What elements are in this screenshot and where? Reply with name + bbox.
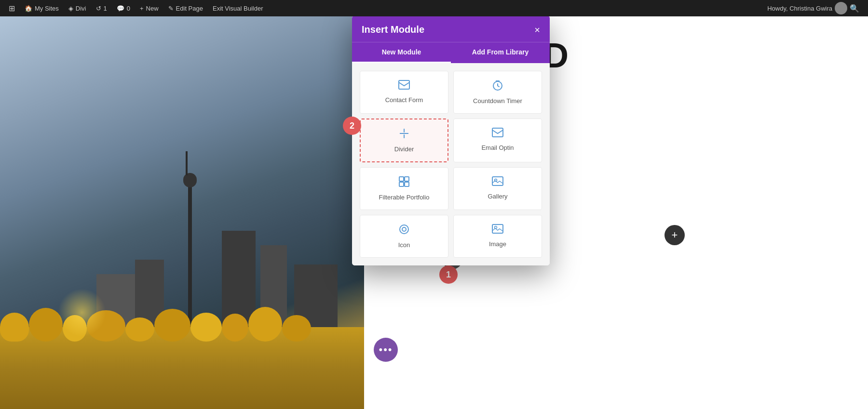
modal-close-button[interactable]: × bbox=[534, 25, 540, 35]
exit-vb-label: Exit Visual Builder bbox=[213, 5, 263, 12]
module-grid: Contact Form Countdown Timer bbox=[352, 63, 550, 265]
email-optin-label: Email Optin bbox=[481, 144, 514, 151]
module-divider[interactable]: Divider bbox=[360, 119, 448, 162]
countdown-timer-icon bbox=[492, 80, 503, 93]
module-email-optin[interactable]: Email Optin bbox=[453, 119, 542, 162]
module-gallery[interactable]: Gallery bbox=[453, 167, 542, 210]
countdown-timer-label: Countdown Timer bbox=[473, 97, 522, 105]
email-optin-icon bbox=[492, 128, 503, 140]
svg-rect-0 bbox=[399, 80, 409, 89]
svg-point-13 bbox=[402, 227, 406, 231]
modal-title: Insert Module bbox=[362, 24, 424, 35]
updates-count: 1 bbox=[104, 5, 107, 12]
svg-rect-8 bbox=[399, 182, 404, 186]
gallery-icon bbox=[492, 176, 503, 189]
divider-icon bbox=[399, 128, 409, 142]
user-menu[interactable]: Howdy, Christina Gwira 🔍 bbox=[762, 0, 864, 16]
divi-menu[interactable]: ◈ Divi bbox=[64, 0, 91, 16]
user-avatar bbox=[835, 2, 847, 14]
my-sites-menu[interactable]: 🏠 My Sites bbox=[20, 0, 64, 16]
module-countdown-timer[interactable]: Countdown Timer bbox=[453, 71, 542, 114]
filterable-portfolio-icon bbox=[399, 176, 409, 190]
filterable-portfolio-label: Filterable Portfolio bbox=[379, 194, 430, 201]
edit-page-icon: ✎ bbox=[168, 5, 174, 12]
search-icon[interactable]: 🔍 bbox=[850, 4, 859, 13]
admin-bar-right: Howdy, Christina Gwira 🔍 bbox=[762, 0, 864, 16]
tab-from-library[interactable]: Add From Library bbox=[451, 42, 550, 63]
user-greeting: Howdy, Christina Gwira bbox=[767, 5, 832, 12]
wp-logo[interactable]: ⊞ bbox=[4, 0, 20, 16]
my-sites-label: My Sites bbox=[35, 5, 59, 12]
new-label: New bbox=[146, 5, 159, 12]
step-badge-2: 2 bbox=[343, 117, 361, 135]
svg-rect-7 bbox=[405, 177, 409, 181]
svg-rect-6 bbox=[399, 177, 404, 181]
module-filterable-portfolio[interactable]: Filterable Portfolio bbox=[360, 167, 448, 210]
image-icon bbox=[492, 224, 503, 237]
new-menu[interactable]: + New bbox=[135, 0, 163, 16]
comments-menu[interactable]: 💬 0 bbox=[112, 0, 135, 16]
modal-overlay: Insert Module × New Module Add From Libr… bbox=[0, 0, 868, 409]
module-icon[interactable]: Icon bbox=[360, 215, 448, 258]
edit-page-button[interactable]: ✎ Edit Page bbox=[163, 0, 208, 16]
edit-page-label: Edit Page bbox=[176, 5, 203, 12]
module-image[interactable]: Image bbox=[453, 215, 542, 258]
contact-form-label: Contact Form bbox=[385, 96, 423, 104]
my-sites-icon: 🏠 bbox=[25, 5, 32, 12]
insert-module-modal: Insert Module × New Module Add From Libr… bbox=[352, 15, 550, 265]
modal-tabs: New Module Add From Library bbox=[352, 42, 550, 63]
icon-module-label: Icon bbox=[398, 241, 410, 249]
divi-icon: ◈ bbox=[68, 5, 73, 12]
updates-menu[interactable]: ↺ 1 bbox=[91, 0, 112, 16]
module-contact-form[interactable]: Contact Form bbox=[360, 71, 448, 114]
image-label: Image bbox=[489, 240, 506, 248]
svg-rect-10 bbox=[492, 177, 503, 185]
contact-form-icon bbox=[398, 80, 410, 92]
divi-label: Divi bbox=[76, 5, 86, 12]
svg-rect-5 bbox=[492, 128, 503, 137]
gallery-label: Gallery bbox=[488, 193, 507, 200]
exit-vb-button[interactable]: Exit Visual Builder bbox=[208, 0, 268, 16]
tab-new-module[interactable]: New Module bbox=[352, 42, 451, 63]
icon-module-icon bbox=[399, 224, 409, 237]
svg-rect-14 bbox=[492, 224, 503, 233]
svg-rect-9 bbox=[405, 182, 409, 186]
wp-icon: ⊞ bbox=[9, 4, 15, 13]
comments-count: 0 bbox=[127, 5, 130, 12]
svg-point-12 bbox=[400, 225, 408, 234]
divider-label: Divider bbox=[394, 145, 414, 153]
admin-bar: ⊞ 🏠 My Sites ◈ Divi ↺ 1 💬 0 + New ✎ Edit… bbox=[0, 0, 868, 16]
comments-icon: 💬 bbox=[117, 5, 124, 12]
updates-icon: ↺ bbox=[96, 5, 101, 12]
new-icon: + bbox=[140, 5, 144, 12]
modal-header: Insert Module × bbox=[352, 15, 550, 42]
